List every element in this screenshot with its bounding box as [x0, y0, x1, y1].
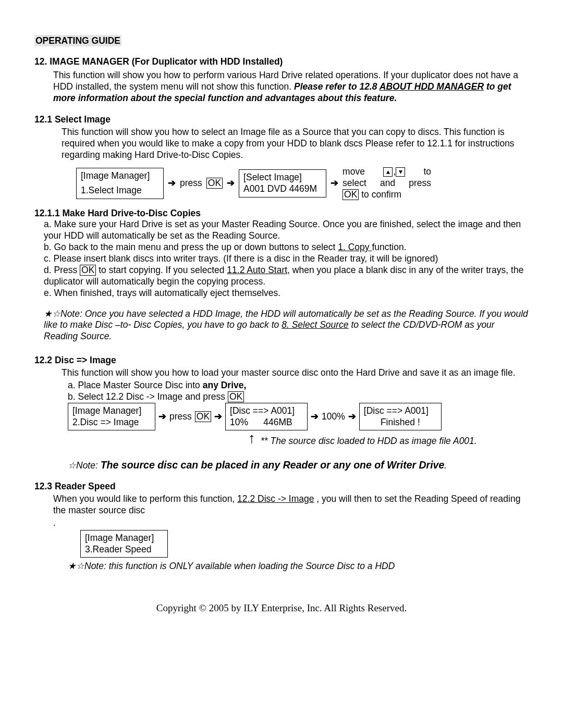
section-12-body: This function will show you how to perfo… [53, 70, 529, 104]
down-key-icon: ▾ [396, 167, 405, 177]
flow-12-2: [Image Manager] 2.Disc => Image ➔ press … [68, 403, 529, 431]
section-12-1-1-title: 12.1.1 Make Hard Drive-to-Disc Copies [34, 208, 529, 219]
arrow-icon: ➔ [168, 178, 176, 189]
arrow-icon: ➔ [331, 178, 338, 189]
section-12-1-title: 12.1 Select Image [34, 114, 529, 126]
lcd-box-finished: [Disc ==> A001] Finished ! [359, 403, 442, 431]
lcd-box-select-image: [Select Image] A001 DVD 4469M [239, 169, 326, 198]
lcd-box-image-manager-select: [Image Manager] 1.Select Image [76, 168, 164, 199]
note-12-1-1: ★☆Note: Once you have selected a HDD Ima… [44, 309, 529, 343]
page-content: OPERATING GUIDE 12. IMAGE MANAGER (For D… [0, 0, 563, 572]
document-header: OPERATING GUIDE [34, 35, 529, 47]
press-label: press [169, 411, 192, 423]
lcd-box-progress: [Disc ==> A001] 10% 446MB [225, 403, 308, 431]
arrow-icon: ➔ [311, 411, 319, 423]
arrow-icon: ➔ [214, 411, 222, 423]
page-footer: Copyright © 2005 by ILY Enterprise, Inc.… [0, 602, 563, 614]
up-arrow-icon: ↑ [248, 433, 255, 444]
step-12-2-b: b. Select 12.2 Disc -> Image and press O… [68, 391, 529, 403]
stray-period: . [53, 517, 529, 529]
ok-key: OK [80, 265, 96, 276]
flow-12-1: [Image Manager] 1.Select Image ➔ press O… [76, 166, 529, 201]
ok-key: OK [342, 189, 359, 200]
step-c: c. Please insert blank discs into writer… [44, 253, 529, 265]
section-12-1-body: This function will show you how to selec… [62, 127, 529, 161]
section-12-2-title: 12.2 Disc => Image [34, 355, 529, 366]
section-12-3-body: When you would like to perform this func… [53, 493, 529, 516]
step-12-2-a: a. Place Master Source Disc into any Dri… [68, 380, 529, 391]
step-a: a. Make sure your Hard Drive is set as y… [44, 219, 529, 242]
note-12-3: ★☆Note: this function is ONLY available … [68, 561, 529, 572]
step-d: d. Press OK to start copying. If you sel… [44, 265, 529, 288]
ok-key: OK [195, 411, 211, 422]
section-12-3-title: 12.3 Reader Speed [34, 481, 529, 492]
instruction-right: move ▴,▾ to select and press OK to confi… [342, 166, 431, 201]
press-label: press [180, 178, 202, 189]
step-e: e. When finished, trays will automatical… [44, 288, 529, 299]
step-b: b. Go back to the main menu and press th… [44, 242, 529, 253]
lcd-box-reader-speed: [Image Manager] 3.Reader Speed [80, 530, 168, 558]
arrow-icon: ➔ [158, 411, 166, 423]
callout-12-2: ↑ ** The source disc loaded to HDD as im… [248, 433, 529, 447]
ok-key: OK [228, 391, 244, 402]
up-key-icon: ▴ [383, 167, 393, 177]
progress-100: 100% [322, 411, 345, 423]
section-12-2-body: This function will show you how to load … [62, 367, 529, 379]
arrow-icon: ➔ [348, 411, 356, 423]
section-12-title: 12. IMAGE MANAGER (For Duplicator with H… [34, 56, 529, 68]
note-12-2-big: ☆Note: The source disc can be placed in … [68, 459, 529, 472]
header-highlight: OPERATING GUIDE [34, 35, 121, 46]
lcd-box-disc-to-image: [Image Manager] 2.Disc => Image [68, 403, 155, 431]
arrow-icon: ➔ [227, 178, 235, 189]
ok-key: OK [206, 178, 223, 189]
